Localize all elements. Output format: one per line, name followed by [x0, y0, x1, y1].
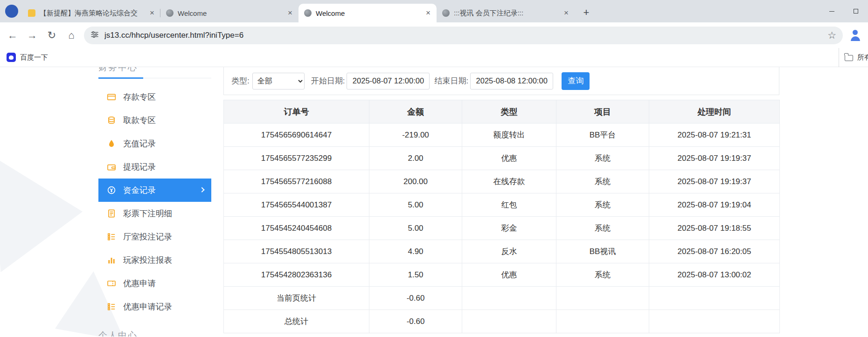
browser-tab[interactable]: :::视讯 会员下注纪录:::× — [437, 4, 575, 22]
bookmark-bar: 百度一下 所有 — [0, 48, 868, 67]
forward-button[interactable]: → — [22, 26, 42, 45]
browser-tab[interactable]: 【新提醒】海燕策略论坛综合交× — [22, 4, 160, 22]
table-cell: 1754565690614647 — [224, 124, 369, 147]
end-date-input[interactable] — [470, 73, 553, 89]
column-header: 订单号 — [224, 100, 369, 124]
all-bookmarks-label: 所有 — [857, 53, 868, 62]
new-tab-button[interactable]: + — [579, 6, 593, 20]
folder-icon — [845, 55, 853, 61]
sidebar-item-label: 优惠申请记录 — [123, 301, 172, 312]
table-cell: 1754565544001387 — [224, 193, 369, 217]
all-bookmarks-button[interactable]: 所有 — [839, 48, 868, 67]
table-cell: 1754545240454608 — [224, 217, 369, 240]
sidebar-item[interactable]: 提现记录 — [98, 155, 211, 179]
back-button[interactable]: ← — [3, 26, 22, 45]
chat-bubble-icon — [28, 9, 35, 17]
bookmark-item-baidu[interactable]: 百度一下 — [7, 53, 48, 62]
table-cell: 2.00 — [369, 147, 462, 170]
table-body: 1754565690614647-219.00额度转出BB平台2025-08-0… — [224, 124, 780, 333]
minimize-button[interactable] — [819, 0, 844, 22]
sidebar-item-label: 玩家投注报表 — [123, 254, 172, 266]
table-cell: BB视讯 — [556, 240, 649, 263]
table-row: 17545655440013875.00红包系统2025-08-07 19:19… — [224, 193, 780, 217]
table-cell: 2025-08-07 19:19:37 — [649, 170, 780, 193]
sidebar-item[interactable]: 玩家投注报表 — [98, 248, 211, 272]
sidebar-menu: 存款专区取款专区充值记录提现记录资金记录彩票下注明细厅室投注记录玩家投注报表优惠… — [98, 85, 211, 318]
type-select[interactable]: 全部 — [252, 73, 305, 89]
table-row: 当前页统计-0.60 — [224, 287, 780, 310]
profile-head — [853, 30, 858, 35]
sidebar-item[interactable]: 资金记录 — [98, 179, 211, 202]
reload-button[interactable]: ↻ — [42, 26, 62, 45]
sidebar-item[interactable]: 优惠申请记录 — [98, 295, 211, 318]
table-header: 订单号金额类型项目处理时间 — [224, 100, 780, 124]
browser-tab[interactable]: Welcome× — [299, 4, 437, 22]
table-cell — [556, 287, 649, 310]
table-cell: BB平台 — [556, 124, 649, 147]
table-row: 1754565690614647-219.00额度转出BB平台2025-08-0… — [224, 124, 780, 147]
sidebar-item-label: 资金记录 — [123, 185, 156, 196]
table-cell: 4.90 — [369, 240, 462, 263]
filter-bar: 类型: 全部 开始日期: 结束日期: 查询 — [223, 67, 779, 95]
table-cell — [462, 287, 556, 310]
minimize-icon — [829, 11, 834, 12]
bookmark-star-icon[interactable]: ☆ — [827, 30, 836, 41]
sidebar-item[interactable]: 优惠申请 — [98, 272, 211, 295]
url-text[interactable]: js13.cc/hhcp/usercenter.html?iniType=6 — [104, 31, 824, 40]
table-cell: 红包 — [462, 193, 556, 217]
bank-card-icon — [107, 92, 116, 102]
table-cell: 彩金 — [462, 217, 556, 240]
table-cell: 系统 — [556, 263, 649, 287]
start-date-label: 开始日期: — [311, 76, 345, 86]
column-header: 处理时间 — [649, 100, 780, 124]
globe-icon — [304, 9, 312, 17]
sidebar-section-footer: 个人中心 — [98, 330, 211, 337]
profile-avatar-icon[interactable] — [848, 28, 862, 42]
sidebar: 财务中心 存款专区取款专区充值记录提现记录资金记录彩票下注明细厅室投注记录玩家投… — [98, 67, 211, 337]
active-section-underline — [98, 77, 143, 79]
sidebar-item[interactable]: 彩票下注明细 — [98, 202, 211, 225]
table-cell: 额度转出 — [462, 124, 556, 147]
table-cell: 优惠 — [462, 263, 556, 287]
start-date-input[interactable] — [347, 73, 430, 89]
table-cell: 在线存款 — [462, 170, 556, 193]
sidebar-item-label: 存款专区 — [123, 91, 156, 103]
tab-close-icon[interactable]: × — [424, 8, 433, 18]
table-row: 17545655772352992.00优惠系统2025-08-07 19:19… — [224, 147, 780, 170]
table-cell: 2025-08-07 13:00:02 — [649, 263, 780, 287]
ticket-icon — [107, 279, 116, 288]
coins-icon — [107, 116, 116, 125]
table-cell — [462, 310, 556, 333]
table-cell: 200.00 — [369, 170, 462, 193]
browser-logo-icon[interactable] — [5, 5, 18, 18]
tab-strip: 【新提醒】海燕策略论坛综合交×Welcome×Welcome×:::视讯 会员下… — [0, 0, 868, 22]
sidebar-item[interactable]: 厅室投注记录 — [98, 225, 211, 248]
column-header: 项目 — [556, 100, 649, 124]
site-info-icon[interactable] — [90, 30, 99, 41]
table-cell — [649, 287, 780, 310]
query-button[interactable]: 查询 — [562, 72, 590, 90]
sidebar-item[interactable]: 存款专区 — [98, 85, 211, 109]
report-chart-icon — [107, 255, 116, 265]
table-cell: 总统计 — [224, 310, 369, 333]
tab-close-icon[interactable]: × — [285, 8, 295, 18]
tab-strip-tabs: 【新提醒】海燕策略论坛综合交×Welcome×Welcome×:::视讯 会员下… — [22, 4, 575, 22]
browser-tab[interactable]: Welcome× — [160, 4, 299, 22]
tab-close-icon[interactable]: × — [562, 8, 571, 18]
sidebar-item[interactable]: 充值记录 — [98, 132, 211, 155]
home-button[interactable]: ⌂ — [62, 26, 81, 45]
sidebar-item-label: 取款专区 — [123, 115, 156, 126]
table-cell: 2025-08-07 19:19:37 — [649, 147, 780, 170]
table-cell: 1754542802363136 — [224, 263, 369, 287]
address-bar[interactable]: js13.cc/hhcp/usercenter.html?iniType=6 ☆ — [84, 27, 843, 44]
column-header: 金额 — [369, 100, 462, 124]
sidebar-item-label: 充值记录 — [123, 138, 156, 149]
column-header: 类型 — [462, 100, 556, 124]
table-cell: 5.00 — [369, 193, 462, 217]
maximize-button[interactable] — [844, 0, 868, 22]
table-cell: 反水 — [462, 240, 556, 263]
sidebar-item[interactable]: 取款专区 — [98, 109, 211, 132]
tab-close-icon[interactable]: × — [147, 8, 157, 18]
sidebar-section-header: 财务中心 — [98, 67, 211, 78]
table-cell: 5.00 — [369, 217, 462, 240]
